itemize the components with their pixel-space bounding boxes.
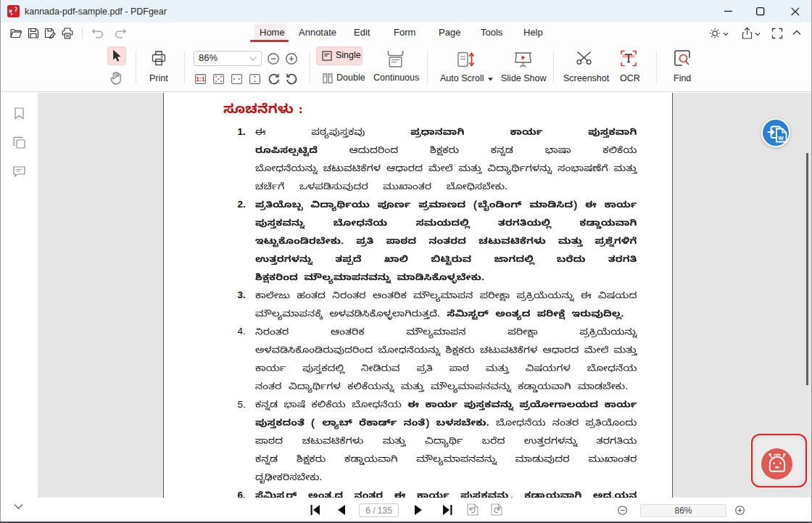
svg-text:2.: 2. [238,199,246,210]
svg-text:1.: 1. [238,126,246,137]
svg-text:1:1: 1:1 [196,75,205,83]
svg-text:4.: 4. [238,326,246,337]
svg-text:5.: 5. [238,399,246,410]
svg-text:6.: 6. [238,490,246,498]
svg-text:w: w [778,134,784,141]
svg-text:3.: 3. [238,289,246,300]
